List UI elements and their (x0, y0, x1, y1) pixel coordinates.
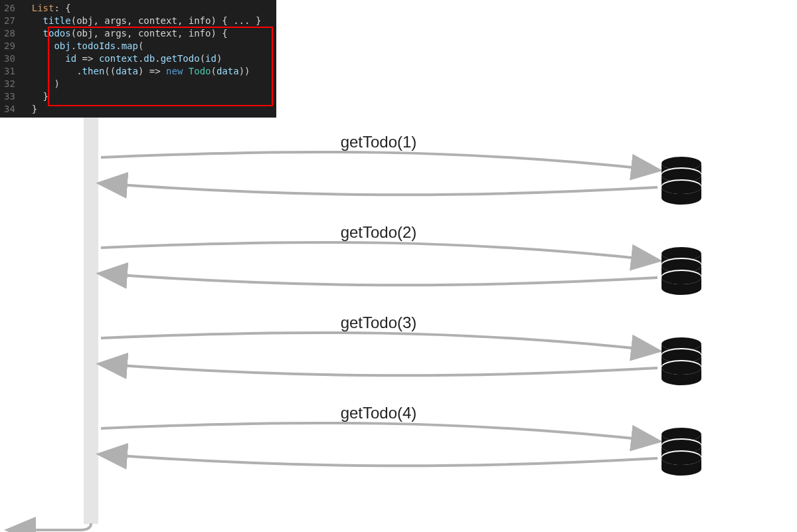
tok: ( (211, 66, 217, 76)
tok: (obj, args, context, info) { (71, 28, 228, 39)
tok: )) (239, 66, 250, 76)
database-icon (662, 157, 701, 205)
call-roundtrip (101, 242, 701, 295)
code-editor: 26 27 28 29 30 31 32 33 34 List: { title… (0, 0, 276, 118)
call-label: getTodo(4) (312, 404, 445, 422)
tok: ( (138, 41, 143, 51)
line-number: 31 (4, 65, 15, 78)
tok: . (76, 66, 82, 76)
tok: => (76, 53, 99, 64)
call-roundtrip (101, 423, 701, 476)
response-arrow (101, 364, 658, 375)
tok: then (82, 66, 105, 76)
tok: getTodo (161, 53, 200, 64)
database-icon (662, 247, 701, 295)
tok: . (116, 41, 121, 51)
tok: : { (54, 3, 70, 13)
line-number: 26 (4, 2, 15, 15)
call-label: getTodo(1) (312, 133, 445, 151)
line-number: 27 (4, 15, 15, 27)
line-number: 28 (4, 27, 15, 40)
tok: data (217, 66, 239, 76)
tok: (( (104, 66, 116, 76)
request-arrow (101, 423, 658, 441)
tok: } (32, 104, 37, 114)
tok: obj (54, 41, 70, 51)
tok: . (155, 53, 160, 64)
call-label: getTodo(2) (312, 223, 445, 242)
line-number: 33 (4, 90, 15, 103)
tok: ( (200, 53, 205, 64)
tok: ) (217, 53, 222, 64)
database-icon (662, 337, 701, 385)
line-number: 32 (4, 78, 15, 90)
tok: todos (43, 28, 71, 39)
timeline-bar (84, 118, 98, 524)
tok: context (99, 53, 138, 64)
tok: (obj, args, context, info) { ... } (71, 15, 262, 26)
tok: data (116, 66, 138, 76)
database-icon (662, 428, 701, 476)
call-roundtrip (101, 333, 701, 385)
response-arrow (101, 454, 658, 466)
tok: List (32, 3, 54, 13)
tok: title (43, 15, 71, 26)
tok: ) (54, 78, 59, 89)
code-body: List: { title(obj, args, context, info) … (21, 0, 266, 118)
tok: db (143, 53, 155, 64)
tok: } (43, 91, 48, 102)
line-number: 34 (4, 103, 15, 116)
tok: Todo (189, 66, 211, 76)
tok: ) => (138, 66, 166, 76)
response-arrow (101, 183, 658, 195)
call-roundtrip (101, 152, 701, 205)
response-arrow (101, 274, 658, 285)
tok: id (65, 53, 76, 64)
line-number: 30 (4, 52, 15, 65)
request-arrow (101, 152, 658, 170)
code-gutter: 26 27 28 29 30 31 32 33 34 (0, 0, 21, 118)
request-arrow (101, 333, 658, 351)
tok: todoIds (76, 41, 116, 51)
final-return-arrow (9, 523, 91, 530)
request-arrow (101, 242, 658, 260)
tok: new (166, 66, 183, 76)
line-number: 29 (4, 40, 15, 52)
tok: map (122, 41, 138, 51)
call-label: getTodo(3) (312, 313, 445, 332)
tok: id (205, 53, 217, 64)
tok (183, 66, 188, 76)
tok: . (71, 41, 76, 51)
